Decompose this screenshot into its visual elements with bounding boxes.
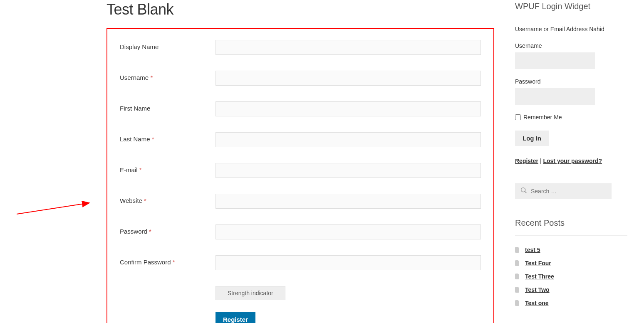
recent-posts-title: Recent Posts	[515, 218, 627, 236]
last-name-label: Last Name *	[120, 132, 215, 143]
remember-me-label: Remember Me	[523, 114, 562, 121]
post-link[interactable]: Test one	[525, 300, 549, 306]
post-link[interactable]: Test Two	[525, 286, 550, 293]
sidebar: WPUF Login Widget Username or Email Addr…	[515, 0, 627, 323]
login-widget-desc: Username or Email Address Nahid	[515, 26, 627, 32]
remember-me-checkbox[interactable]	[515, 114, 521, 120]
confirm-password-label: Confirm Password *	[120, 255, 215, 266]
display-name-label: Display Name	[120, 40, 215, 50]
list-item: Test one	[515, 296, 627, 310]
login-password-input[interactable]	[515, 88, 595, 105]
list-item: Test Three	[515, 270, 627, 283]
register-button[interactable]: Register	[215, 312, 255, 323]
document-icon	[515, 287, 520, 293]
confirm-password-input[interactable]	[215, 255, 481, 270]
lost-password-link[interactable]: Lost your password?	[543, 158, 602, 164]
list-item: Test Two	[515, 283, 627, 296]
document-icon	[515, 274, 520, 279]
login-button[interactable]: Log In	[515, 131, 549, 146]
last-name-input[interactable]	[215, 132, 481, 147]
password-input[interactable]	[215, 224, 481, 239]
search-input[interactable]	[531, 188, 606, 195]
list-item: Test Four	[515, 256, 627, 270]
search-box[interactable]	[515, 183, 612, 199]
password-label: Password *	[120, 224, 215, 235]
username-label: Username *	[120, 71, 215, 81]
document-icon	[515, 247, 520, 253]
website-label: Website *	[120, 194, 215, 204]
register-link[interactable]: Register	[515, 158, 538, 164]
username-input[interactable]	[215, 71, 481, 86]
search-icon	[521, 187, 527, 195]
login-username-input[interactable]	[515, 52, 595, 69]
list-item: test 5	[515, 243, 627, 256]
recent-posts-list: test 5 Test Four Test Three Test Two Tes…	[515, 243, 627, 310]
main-content: Test Blank Display Name Username * First…	[17, 0, 515, 323]
email-label: E-mail *	[120, 163, 215, 173]
website-input[interactable]	[215, 194, 481, 209]
first-name-label: First Name	[120, 101, 215, 112]
login-password-label: Password	[515, 78, 627, 85]
post-link[interactable]: Test Four	[525, 260, 551, 266]
registration-form: Display Name Username * First Name Last …	[107, 28, 494, 323]
strength-indicator: Strength indicator	[215, 286, 285, 300]
document-icon	[515, 260, 520, 266]
first-name-input[interactable]	[215, 101, 481, 116]
page-title: Test Blank	[107, 1, 494, 18]
post-link[interactable]: test 5	[525, 247, 540, 253]
login-links: Register | Lost your password?	[515, 158, 627, 164]
display-name-input[interactable]	[215, 40, 481, 55]
login-username-label: Username	[515, 42, 627, 49]
login-widget-title: WPUF Login Widget	[515, 2, 627, 19]
document-icon	[515, 300, 520, 306]
post-link[interactable]: Test Three	[525, 273, 554, 280]
email-input[interactable]	[215, 163, 481, 178]
